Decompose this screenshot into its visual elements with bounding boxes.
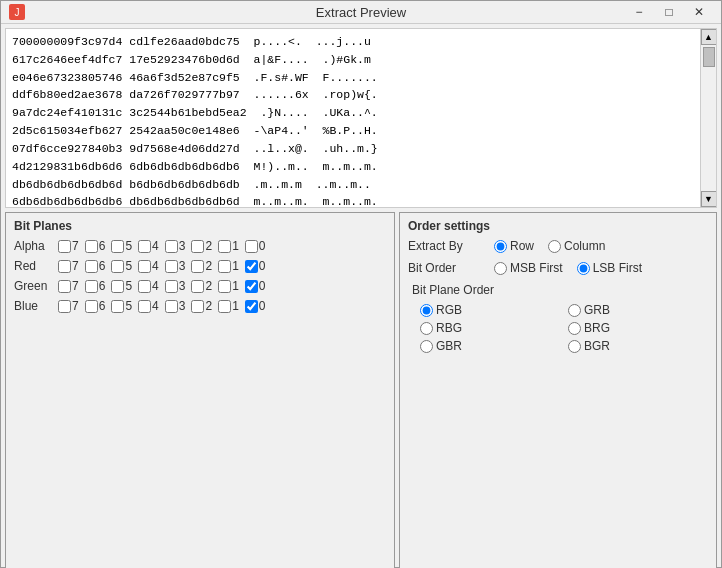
bit-checkbox-red-4[interactable] [138,260,151,273]
bpo-radio-rgb[interactable] [420,304,433,317]
bpo-radio-gbr[interactable] [420,340,433,353]
bit-checkbox-alpha-7[interactable] [58,240,71,253]
bit-item-alpha-0: 0 [245,239,266,253]
bit-label-red-3: 3 [179,259,186,273]
bpo-radio-grb[interactable] [568,304,581,317]
bit-checkbox-blue-3[interactable] [165,300,178,313]
bit-item-green-7: 7 [58,279,79,293]
maximize-button[interactable]: □ [655,1,683,23]
bit-checkbox-green-4[interactable] [138,280,151,293]
bit-label-red-0: 0 [259,259,266,273]
bit-item-green-6: 6 [85,279,106,293]
bpo-item-gbr: GBR [420,339,552,353]
bit-label-red-4: 4 [152,259,159,273]
bit-item-blue-0: 0 [245,299,266,313]
bpo-item-rgb: RGB [420,303,552,317]
bit-checkbox-alpha-4[interactable] [138,240,151,253]
bit-checkbox-alpha-3[interactable] [165,240,178,253]
bit-label-alpha-0: 0 [259,239,266,253]
bit-checkbox-red-6[interactable] [85,260,98,273]
bit-label-red-5: 5 [125,259,132,273]
bit-label-blue-5: 5 [125,299,132,313]
window-title: Extract Preview [316,5,406,20]
app-icon: J [9,4,25,20]
bit-item-blue-7: 7 [58,299,79,313]
bpo-item-brg: BRG [568,321,700,335]
bit-planes-title: Bit Planes [14,219,386,233]
scroll-down-arrow[interactable]: ▼ [701,191,717,207]
bit-checkbox-red-2[interactable] [191,260,204,273]
bit-checkbox-alpha-2[interactable] [191,240,204,253]
bit-item-green-3: 3 [165,279,186,293]
bit-checkbox-blue-0[interactable] [245,300,258,313]
bit-checkbox-blue-1[interactable] [218,300,231,313]
bit-checkbox-green-3[interactable] [165,280,178,293]
bpo-label-rbg: RBG [436,321,462,335]
bit-checkbox-red-1[interactable] [218,260,231,273]
bit-checkbox-blue-7[interactable] [58,300,71,313]
bit-checkbox-red-5[interactable] [111,260,124,273]
bit-label-blue-0: 0 [259,299,266,313]
bit-label-green-4: 4 [152,279,159,293]
bpo-radio-rbg[interactable] [420,322,433,335]
bit-item-red-7: 7 [58,259,79,273]
bpo-label-grb: GRB [584,303,610,317]
bit-checkbox-alpha-6[interactable] [85,240,98,253]
bit-checkbox-alpha-5[interactable] [111,240,124,253]
bit-item-green-5: 5 [111,279,132,293]
bit-item-alpha-4: 4 [138,239,159,253]
bpo-label-gbr: GBR [436,339,462,353]
bit-checkbox-blue-4[interactable] [138,300,151,313]
bit-label-green-3: 3 [179,279,186,293]
bpo-radio-bgr[interactable] [568,340,581,353]
scrollbar-vertical[interactable]: ▲ ▼ [700,29,716,207]
extract-column-label: Column [564,239,605,253]
bit-row-label-alpha: Alpha [14,239,56,253]
bit-item-blue-6: 6 [85,299,106,313]
bit-item-alpha-6: 6 [85,239,106,253]
bit-checkbox-green-6[interactable] [85,280,98,293]
bit-checkbox-green-5[interactable] [111,280,124,293]
bit-item-blue-1: 1 [218,299,239,313]
bit-label-blue-2: 2 [205,299,212,313]
extract-row-radio[interactable] [494,240,507,253]
bit-label-green-7: 7 [72,279,79,293]
bit-checkbox-blue-2[interactable] [191,300,204,313]
bit-order-label: Bit Order [408,261,488,275]
lsb-radio[interactable] [577,262,590,275]
extract-by-row: Extract By Row Column [408,239,708,253]
lsb-radio-item: LSB First [577,261,642,275]
titlebar: J Extract Preview − □ ✕ [1,1,721,24]
bit-item-alpha-3: 3 [165,239,186,253]
bit-checkbox-alpha-1[interactable] [218,240,231,253]
bit-item-blue-2: 2 [191,299,212,313]
bit-checkbox-alpha-0[interactable] [245,240,258,253]
bpo-radio-brg[interactable] [568,322,581,335]
bit-checkbox-blue-5[interactable] [111,300,124,313]
bit-label-alpha-3: 3 [179,239,186,253]
bit-checkbox-red-3[interactable] [165,260,178,273]
extract-column-radio[interactable] [548,240,561,253]
bit-checkbox-green-1[interactable] [218,280,231,293]
bit-row-red: Red76543210 [14,259,386,273]
bit-checkbox-green-2[interactable] [191,280,204,293]
bit-item-blue-5: 5 [111,299,132,313]
bit-checkbox-blue-6[interactable] [85,300,98,313]
bit-checkbox-green-0[interactable] [245,280,258,293]
bit-planes-panel: Bit Planes Alpha76543210Red76543210Green… [5,212,395,568]
scroll-thumb[interactable] [703,47,715,67]
close-button[interactable]: ✕ [685,1,713,23]
bit-label-alpha-4: 4 [152,239,159,253]
msb-label: MSB First [510,261,563,275]
msb-radio[interactable] [494,262,507,275]
bit-item-red-6: 6 [85,259,106,273]
bit-item-red-0: 0 [245,259,266,273]
minimize-button[interactable]: − [625,1,653,23]
extract-column-radio-item: Column [548,239,605,253]
bit-checkbox-green-7[interactable] [58,280,71,293]
extract-by-label: Extract By [408,239,488,253]
scroll-up-arrow[interactable]: ▲ [701,29,717,45]
bit-item-blue-3: 3 [165,299,186,313]
bit-checkbox-red-0[interactable] [245,260,258,273]
bit-checkbox-red-7[interactable] [58,260,71,273]
